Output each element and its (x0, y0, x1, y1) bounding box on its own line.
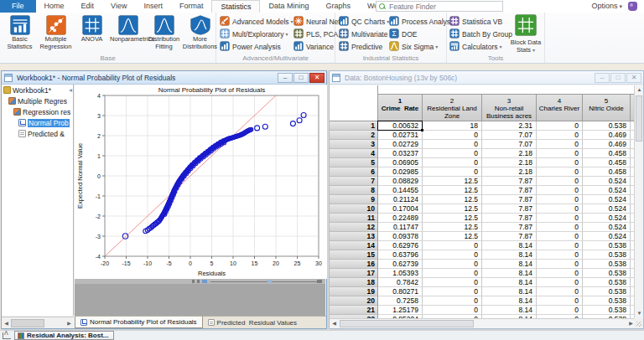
cell[interactable]: 0 (537, 250, 583, 260)
minimize-button[interactable]: – (278, 73, 293, 83)
cell[interactable]: 0.538 (583, 269, 631, 278)
options-menu[interactable]: Options (592, 2, 623, 10)
cell[interactable]: 0.09378 (378, 232, 423, 241)
tree-item-multiple-regres[interactable]: Multiple Regres (2, 95, 73, 106)
cell[interactable]: 0.538 (583, 250, 631, 260)
tab-view[interactable]: View (102, 0, 135, 13)
six-sigma-button[interactable]: Six Sigma▾ (389, 40, 455, 53)
cell[interactable]: 0 (537, 287, 583, 296)
row-number[interactable]: 9 (330, 195, 378, 204)
cell[interactable]: 0 (423, 158, 482, 167)
tree-item-predicted[interactable]: Predicted & (2, 128, 73, 139)
cell[interactable]: 0 (423, 250, 482, 260)
cell[interactable]: 0.06905 (378, 158, 423, 167)
cell[interactable]: 12.5 (423, 214, 482, 223)
cell[interactable]: 0.524 (583, 177, 631, 186)
row-number[interactable]: 18 (330, 278, 378, 287)
cell[interactable]: 2.18 (482, 158, 537, 167)
tab-edit[interactable]: Edit (73, 0, 103, 13)
row-number[interactable]: 3 (330, 140, 378, 149)
distribution-fitting-button[interactable]: Distribution Fitting (146, 14, 182, 51)
cell[interactable]: 0.524 (583, 214, 631, 223)
cell[interactable]: 18 (423, 121, 482, 131)
basic-statistics-button[interactable]: Basic Statistics (2, 14, 38, 51)
cell[interactable]: 0.21124 (378, 195, 423, 204)
maximize-button[interactable]: □ (610, 73, 626, 83)
column-header-residential-land-zone[interactable]: 2 Residential Land Zone (423, 94, 482, 121)
row-number[interactable]: 8 (330, 186, 378, 195)
row-number[interactable]: 11 (330, 214, 378, 223)
cell[interactable]: 0.14455 (378, 186, 423, 195)
cell[interactable]: 0 (537, 121, 583, 131)
cell[interactable]: 0 (537, 269, 583, 278)
cell[interactable]: 12.5 (423, 223, 482, 232)
row-number[interactable]: 17 (330, 269, 378, 278)
row-number[interactable]: 5 (330, 158, 378, 167)
multiple-regression-button[interactable]: Multiple Regression (38, 14, 74, 51)
cell[interactable]: 8.14 (482, 250, 537, 260)
block-data-stats-button[interactable]: Block Data Stats ▾ (507, 14, 544, 54)
column-header-charles-river[interactable]: 4 Charles River (537, 94, 583, 121)
data-window[interactable]: Data: BostonHousing (13v by 506c) – □ ✕ … (329, 70, 644, 329)
scroll-left-icon[interactable]: ◀ (3, 319, 10, 327)
power-analysis-button[interactable]: Power Analysis (220, 40, 293, 53)
cell[interactable]: 0.538 (583, 296, 631, 306)
scroll-left-icon[interactable]: ◀ (330, 319, 339, 328)
cell[interactable]: 0.538 (583, 260, 631, 269)
cell[interactable]: 0.62739 (378, 260, 423, 269)
cell[interactable]: 0.62976 (378, 241, 423, 250)
cell[interactable]: 0 (423, 149, 482, 158)
tab-data-mining[interactable]: Data Mining (260, 0, 317, 13)
cell[interactable]: 0 (537, 260, 583, 269)
row-number[interactable]: 13 (330, 232, 378, 241)
cell[interactable]: 0.02731 (378, 131, 423, 140)
cell[interactable]: 8.14 (482, 278, 537, 287)
cell[interactable]: 0.7842 (378, 278, 423, 287)
row-number[interactable]: 2 (330, 131, 378, 140)
cell[interactable]: 0.458 (583, 149, 631, 158)
cell[interactable]: 0 (423, 287, 482, 296)
cell[interactable]: 0.524 (583, 195, 631, 204)
cell[interactable]: 0 (423, 306, 482, 315)
feature-finder-input[interactable] (389, 2, 498, 11)
cell[interactable]: 0.538 (583, 306, 631, 315)
cell[interactable]: 1.05393 (378, 269, 423, 278)
cell[interactable]: 8.14 (482, 241, 537, 250)
cell[interactable]: 0.7258 (378, 296, 423, 306)
cell[interactable]: 0 (423, 167, 482, 177)
tab-home[interactable]: Home (36, 0, 73, 13)
tree-item-regression-res[interactable]: Regression res (2, 106, 73, 117)
cell[interactable]: 0.538 (583, 121, 631, 131)
close-button[interactable]: ✕ (309, 73, 325, 83)
scroll-right-icon[interactable]: ▶ (65, 319, 73, 327)
column-header-non-retail-business-acres[interactable]: 3 Non-retail Business acres (482, 94, 537, 121)
row-number[interactable]: 10 (330, 204, 378, 214)
cell[interactable]: 0.00632 (378, 121, 423, 131)
cell[interactable]: 0 (537, 195, 583, 204)
cell[interactable]: 0 (423, 260, 482, 269)
cell[interactable]: 0.538 (583, 287, 631, 296)
workbook-titlebar[interactable]: Workbook1* - Normal Probability Plot of … (2, 71, 326, 85)
cell[interactable]: 0 (423, 241, 482, 250)
cell[interactable]: 2.31 (482, 121, 537, 131)
cell[interactable]: 0 (537, 223, 583, 232)
row-number[interactable]: 4 (330, 149, 378, 158)
tree-scrollbar[interactable]: ◀ ▶ (2, 317, 74, 328)
cell[interactable]: 0 (537, 140, 583, 149)
cell[interactable]: 0.538 (583, 241, 631, 250)
chart-canvas[interactable]: -20-15-10-5051015202530-4-3-2-101234Norm… (75, 85, 325, 279)
cell[interactable]: 0 (423, 140, 482, 149)
cell[interactable]: 12.5 (423, 195, 482, 204)
cell[interactable]: 0 (423, 278, 482, 287)
column-header-nitric-oxide[interactable]: 5 Nitric Oxide (583, 94, 631, 121)
cell[interactable]: 7.07 (482, 140, 537, 149)
workbook-window[interactable]: Workbook1* - Normal Probability Plot of … (1, 70, 327, 329)
cell[interactable]: 0 (537, 306, 583, 315)
cell[interactable]: 0.524 (583, 186, 631, 195)
cell[interactable]: 7.87 (482, 232, 537, 241)
cell[interactable]: 0.22489 (378, 214, 423, 223)
tree-item-normal-prob[interactable]: Normal Prob (2, 117, 73, 128)
cell[interactable]: 7.87 (482, 195, 537, 204)
cell[interactable]: 0 (423, 269, 482, 278)
scroll-up-icon[interactable]: ▲ (635, 85, 643, 95)
